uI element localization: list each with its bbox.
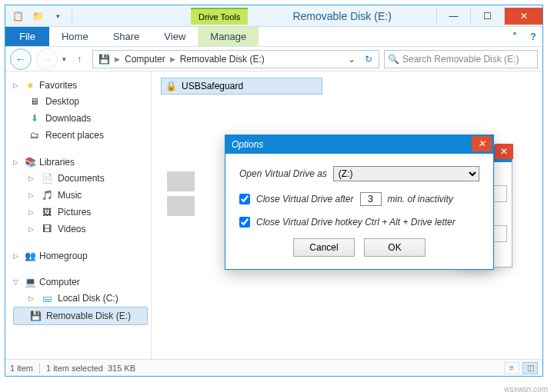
nav-homegroup: ▷Homegroup <box>13 248 148 264</box>
sidebar-item-label: Music <box>58 190 82 201</box>
ok-button[interactable]: OK <box>364 238 426 257</box>
music-icon <box>41 189 53 201</box>
back-button[interactable]: ← <box>10 48 32 70</box>
nav-computer: ▽Computer ▷Local Disk (C:) Removable Dis… <box>13 274 148 325</box>
file-tab[interactable]: File <box>5 27 49 46</box>
title-bar: 📋 ▾ Drive Tools Removable Disk (E:) — ☐ … <box>5 5 542 27</box>
nav-favorites-header[interactable]: ▷Favorites <box>13 78 148 93</box>
nav-group-label: Computer <box>39 277 80 287</box>
sidebar-item-music[interactable]: ▷Music <box>13 187 148 204</box>
sidebar-item-label: Desktop <box>45 96 79 107</box>
recent-icon <box>28 129 41 141</box>
tab-manage[interactable]: Manage <box>198 27 259 46</box>
watermark: wsxwsn.com <box>504 385 548 392</box>
ribbon: File Home Share View Manage ˄ ? <box>5 27 542 47</box>
sidebar-item-pictures[interactable]: ▷Pictures <box>13 204 148 221</box>
downloads-icon <box>28 112 41 125</box>
hotkey-checkbox[interactable] <box>239 217 250 228</box>
navigation-bar: ← → ▾ ↑ ▶ Computer ▶ Removable Disk (E:)… <box>5 47 542 71</box>
drive-letter-select[interactable]: (Z:) <box>333 166 479 181</box>
nav-homegroup-header[interactable]: ▷Homegroup <box>13 248 148 264</box>
file-name: USBSafeguard <box>182 81 243 91</box>
homegroup-icon <box>24 250 36 262</box>
dialog-title: Options <box>232 139 263 150</box>
address-dropdown-icon[interactable]: ⌄ <box>345 54 359 65</box>
sidebar-item-label: Pictures <box>58 207 91 218</box>
desktop-icon <box>28 95 41 108</box>
hotkey-label: Close Virtual Drive hotkey Ctrl + Alt + … <box>256 217 456 228</box>
qat-dropdown-icon[interactable]: ▾ <box>50 8 65 24</box>
computer-icon <box>24 276 36 288</box>
sidebar-item-label: Local Disk (C:) <box>58 293 118 304</box>
nav-libraries: ▷Libraries ▷Documents ▷Music ▷Pictures ▷… <box>13 154 148 238</box>
forward-button[interactable]: → <box>36 48 58 70</box>
sidebar-item-documents[interactable]: ▷Documents <box>13 170 148 187</box>
address-bar[interactable]: ▶ Computer ▶ Removable Disk (E:) ⌄ ↻ <box>92 50 379 68</box>
status-selection: 1 item selected <box>46 364 103 373</box>
minimize-button[interactable]: — <box>436 8 470 25</box>
sidebar-item-recent[interactable]: Recent places <box>13 127 148 144</box>
refresh-button[interactable]: ↻ <box>360 54 377 65</box>
sidebar-item-downloads[interactable]: Downloads <box>13 110 148 127</box>
breadcrumb[interactable]: Removable Disk (E:) <box>177 54 268 65</box>
drive-icon <box>98 53 110 65</box>
help-icon[interactable]: ? <box>524 27 542 46</box>
ribbon-collapse-icon[interactable]: ˄ <box>506 27 524 46</box>
view-details-button[interactable]: ≡ <box>504 362 519 374</box>
star-icon <box>24 79 36 91</box>
close-after-suffix: min. of inactivity <box>388 194 453 204</box>
sidebar-item-label: Recent places <box>45 130 104 141</box>
pictures-icon <box>41 206 53 218</box>
status-size: 315 KB <box>108 364 135 373</box>
app-icon <box>165 80 177 92</box>
close-button[interactable]: ✕ <box>504 8 542 25</box>
nav-group-label: Favorites <box>39 80 77 91</box>
nav-group-label: Homegroup <box>39 251 88 261</box>
thumbnail-placeholder <box>167 171 195 191</box>
nav-computer-header[interactable]: ▽Computer <box>13 274 148 290</box>
window-title: Removable Disk (E:) <box>248 10 436 22</box>
sidebar-item-label: Documents <box>58 173 105 184</box>
minutes-input[interactable] <box>360 192 382 206</box>
quick-access-toolbar: 📋 ▾ <box>5 8 74 24</box>
libraries-icon <box>24 156 36 168</box>
thumbnail-placeholder <box>167 196 195 216</box>
history-dropdown-icon[interactable]: ▾ <box>62 55 66 63</box>
sidebar-item-label: Downloads <box>45 113 91 124</box>
search-input[interactable]: 🔍 Search Removable Disk (E:) <box>384 50 538 68</box>
nav-favorites: ▷Favorites Desktop Downloads Recent plac… <box>13 78 148 144</box>
up-button[interactable]: ↑ <box>71 51 88 68</box>
properties-icon[interactable]: 📋 <box>10 8 25 24</box>
breadcrumb-separator: ▶ <box>115 55 120 63</box>
nav-libraries-header[interactable]: ▷Libraries <box>13 154 148 170</box>
dialog-close-button[interactable]: ✕ <box>472 136 492 151</box>
status-count: 1 item <box>10 364 33 373</box>
close-after-label: Close Virtual Drive after <box>256 194 354 204</box>
videos-icon <box>41 223 53 235</box>
cancel-button[interactable]: Cancel <box>293 238 355 257</box>
documents-icon <box>41 172 53 184</box>
search-placeholder: Search Removable Disk (E:) <box>402 54 519 65</box>
close-after-checkbox[interactable] <box>239 194 250 204</box>
options-dialog: Options ✕ Open Virtual Drive as (Z:) Clo… <box>225 135 494 270</box>
hdd-icon <box>41 292 53 304</box>
view-icons-button[interactable]: ◫ <box>522 362 538 374</box>
sidebar-item-local-disk[interactable]: ▷Local Disk (C:) <box>13 290 148 307</box>
dialog-title-bar[interactable]: Options ✕ <box>225 135 493 154</box>
sidebar-item-label: Removable Disk (E:) <box>46 311 131 321</box>
tab-home[interactable]: Home <box>49 27 101 46</box>
open-folder-icon[interactable] <box>30 8 45 24</box>
list-item[interactable]: USBSafeguard <box>161 78 322 95</box>
breadcrumb[interactable]: Computer <box>122 54 169 65</box>
sidebar-item-desktop[interactable]: Desktop <box>13 93 148 110</box>
sidebar-item-videos[interactable]: ▷Videos <box>13 221 148 238</box>
tab-share[interactable]: Share <box>101 27 152 46</box>
open-drive-label: Open Virtual Drive as <box>239 168 327 179</box>
sidebar-item-removable-disk[interactable]: Removable Disk (E:) <box>13 307 148 325</box>
usb-icon <box>29 310 42 322</box>
contextual-tab-label: Drive Tools <box>191 8 248 25</box>
status-bar: 1 item 1 item selected 315 KB ≡ ◫ <box>5 359 542 376</box>
close-icon[interactable]: ✕ <box>495 144 513 159</box>
tab-view[interactable]: View <box>152 27 198 46</box>
maximize-button[interactable]: ☐ <box>470 8 504 25</box>
